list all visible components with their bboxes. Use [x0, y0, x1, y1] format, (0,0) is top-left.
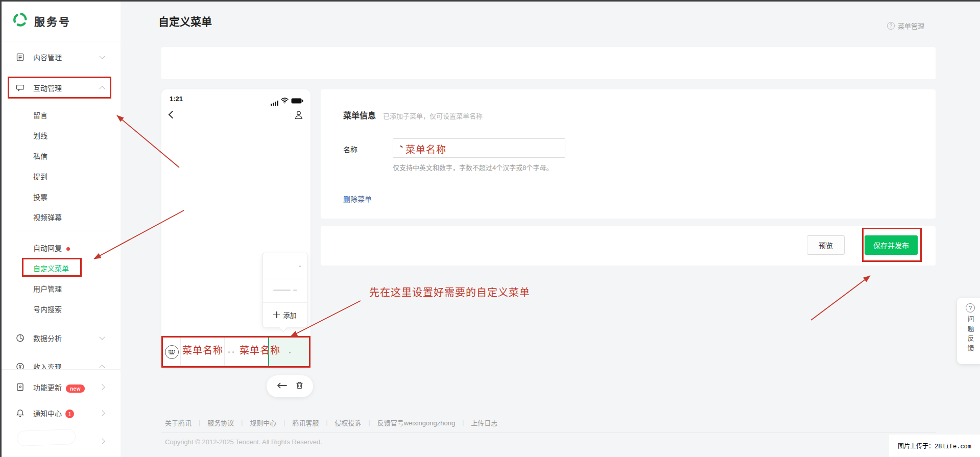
- submenu-slot-empty[interactable]: [263, 253, 307, 278]
- signal-icon: [271, 101, 278, 106]
- phone-clock: 1:21: [170, 95, 183, 103]
- divider: [16, 231, 113, 231]
- menu-name-annotation-1: 菜单名称: [182, 343, 223, 356]
- plus-icon: [273, 311, 280, 318]
- faint-dots: [228, 351, 234, 353]
- redacted-account-name: [17, 429, 76, 446]
- sidebar-item-underline[interactable]: 划线: [2, 125, 121, 146]
- publish-status-banner: 菜单已发布 可在手机查看菜单内容，若尚未生效，请稍后查看。若停用菜单，请点击这里: [161, 47, 936, 79]
- chevron-right-icon: [99, 438, 105, 444]
- chevron-right-icon: [99, 384, 105, 390]
- pie-chart-icon: [16, 334, 25, 343]
- sidebar-item-account-search[interactable]: 号内搜索: [2, 299, 121, 319]
- back-arrow-icon[interactable]: [276, 382, 288, 391]
- watermark: 图片上传于：28life.com: [889, 435, 980, 457]
- brand-swirl-icon: [12, 11, 29, 30]
- arrow-to-save-button: [811, 276, 870, 320]
- footer-link-support[interactable]: 腾讯客服: [292, 418, 319, 427]
- sidebar-item-comments[interactable]: 留言: [2, 105, 121, 125]
- document-icon: [16, 53, 25, 62]
- question-icon: ?: [887, 22, 895, 30]
- sidebar-item-mentions[interactable]: 提到: [2, 166, 121, 186]
- footer-link-about[interactable]: 关于腾讯: [165, 418, 192, 427]
- new-badge: new: [66, 384, 85, 393]
- question-icon: ?: [966, 303, 975, 312]
- menu-name-input[interactable]: 菜单名称: [393, 138, 565, 158]
- menu-info-card: 菜单信息 已添加子菜单，仅可设置菜单名称 名称 菜单名称 仅支持中英文和数字，字…: [321, 89, 936, 219]
- delete-menu-link[interactable]: 删除菜单: [343, 194, 372, 204]
- feedback-label: 问题反馈: [966, 316, 975, 354]
- footer-link-complaint[interactable]: 侵权投诉: [335, 418, 362, 427]
- name-field-hint: 仅支持中英文和数字，字数不超过4个汉字或8个字母。: [393, 162, 553, 172]
- window-top-edge: [0, 0, 980, 2]
- copyright: Copyright © 2012-2025 Tencent. All Right…: [165, 438, 322, 446]
- save-publish-button[interactable]: 保存并发布: [865, 235, 918, 255]
- chevron-right-icon: [99, 410, 105, 416]
- sidebar-item-video-danmu[interactable]: 视频弹幕: [2, 207, 121, 227]
- chevron-down-icon: [99, 53, 105, 59]
- sidebar-item-content-mgmt[interactable]: 内容管理: [2, 47, 121, 67]
- submenu-popup: 添加: [262, 253, 307, 327]
- sidebar-item-notify-center[interactable]: 通知中心1: [2, 403, 121, 423]
- notification-count-badge: 1: [65, 410, 74, 418]
- menu-mgmt-help-link[interactable]: ? 菜单管理: [887, 21, 924, 31]
- app-title: 服务号: [34, 13, 71, 29]
- keyboard-toggle[interactable]: [163, 338, 180, 366]
- menu-toolbar-pill: [267, 375, 313, 397]
- mini-dot: [289, 352, 291, 353]
- keyboard-icon: [165, 345, 179, 359]
- action-button-bar: 预览 保存并发布: [321, 226, 936, 266]
- footer-links: 关于腾讯| 服务协议| 规则中心| 腾讯客服| 侵权投诉| 反馈官号weixin…: [165, 418, 497, 427]
- chevron-up-icon: [99, 86, 105, 91]
- name-field-label: 名称: [343, 144, 357, 154]
- red-dot-badge: [66, 247, 70, 251]
- sidebar-item-user-mgmt[interactable]: 用户管理: [2, 278, 121, 299]
- battery-icon: [291, 97, 303, 106]
- menu-name-value-annotation: 菜单名称: [405, 142, 446, 156]
- footer-link-terms[interactable]: 服务协议: [207, 418, 234, 427]
- app-window: 服务号 内容管理 互动管理 留言 划线 私信 提到 投票: [0, 0, 980, 457]
- window-left-edge: [0, 0, 2, 457]
- chevron-down-icon: [99, 334, 105, 340]
- sidebar-item-private-msg[interactable]: 私信: [2, 146, 121, 166]
- divider: [2, 41, 121, 41]
- redacted-submenu-label: [293, 290, 297, 291]
- tutorial-tip-text: 先在这里设置好需要的自定义菜单: [369, 284, 530, 299]
- footer-divider: [161, 432, 936, 433]
- sidebar-bottom-section: 功能更新new 通知中心1: [2, 369, 121, 457]
- stray-mark: [400, 145, 403, 148]
- sidebar-item-data-analysis[interactable]: 数据分析: [2, 328, 121, 348]
- menu-info-title: 菜单信息: [343, 109, 376, 121]
- menu-info-subtitle: 已添加子菜单，仅可设置菜单名称: [383, 111, 483, 121]
- submenu-slot-redacted[interactable]: [263, 278, 307, 302]
- chat-icon: [16, 84, 25, 92]
- sidebar-item-votes[interactable]: 投票: [2, 186, 121, 207]
- redacted-submenu-label: [273, 290, 291, 291]
- footer-link-feedback-account[interactable]: 反馈官号weixingongzhong: [377, 418, 455, 427]
- book-icon: [16, 383, 25, 392]
- app-logo: 服务号: [12, 11, 71, 30]
- drag-dot: [299, 266, 301, 267]
- footer-link-upload-log[interactable]: 上传日志: [471, 418, 497, 427]
- feedback-widget[interactable]: ? 问题反馈: [957, 298, 980, 364]
- bell-icon: [16, 409, 25, 418]
- back-chevron-icon[interactable]: [169, 111, 177, 119]
- sidebar: 服务号 内容管理 互动管理 留言 划线 私信 提到 投票: [2, 2, 121, 457]
- preview-button[interactable]: 预览: [807, 235, 845, 255]
- add-submenu-button[interactable]: 添加: [263, 302, 307, 327]
- phone-status-icons: [271, 97, 303, 106]
- sidebar-item-interact-mgmt[interactable]: 互动管理: [2, 78, 121, 98]
- page-title: 自定义菜单: [158, 13, 212, 29]
- sidebar-item-custom-menu[interactable]: 自定义菜单: [2, 258, 121, 278]
- footer-link-rules[interactable]: 规则中心: [250, 418, 276, 427]
- sidebar-item-auto-reply[interactable]: 自动回复: [2, 237, 121, 258]
- profile-person-icon[interactable]: [294, 110, 304, 122]
- menu-name-annotation-2: 菜单名称: [240, 343, 280, 356]
- wifi-icon: [281, 97, 289, 106]
- trash-icon[interactable]: [295, 381, 304, 392]
- sidebar-item-feature-update[interactable]: 功能更新new: [2, 377, 121, 397]
